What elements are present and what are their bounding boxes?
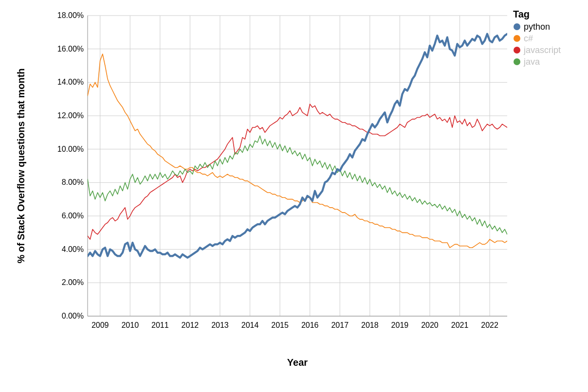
x-tick-label: 2018 [361, 321, 379, 329]
legend-label: java [523, 57, 540, 67]
x-tick-label: 2013 [211, 321, 229, 329]
legend-item-java[interactable]: java [514, 57, 540, 67]
legend: Tagpythonc#javascriptjava [513, 9, 561, 67]
y-tick-label: 14.00% [57, 78, 84, 86]
y-tick-label: 2.00% [62, 278, 84, 286]
svg-rect-0 [88, 16, 507, 316]
x-tick-label: 2017 [331, 321, 349, 329]
legend-swatch [514, 58, 520, 65]
y-tick-label: 16.00% [57, 45, 84, 53]
y-tick-label: 4.00% [62, 245, 84, 253]
x-tick-label: 2020 [421, 321, 439, 329]
x-tick-label: 2009 [92, 321, 109, 329]
x-tick-label: 2012 [182, 321, 199, 329]
y-tick-label: 18.00% [57, 11, 84, 19]
legend-label: c# [524, 34, 533, 43]
legend-item-javascript[interactable]: javascript [514, 45, 561, 55]
chart-container: 0.00%2.00%4.00%6.00%8.00%10.00%12.00%14.… [0, 0, 588, 392]
x-tick-label: 2019 [391, 321, 409, 329]
legend-item-c#[interactable]: c# [514, 34, 533, 43]
x-tick-label: 2016 [301, 321, 319, 329]
x-tick-label: 2011 [151, 321, 169, 329]
y-tick-label: 6.00% [62, 212, 84, 220]
y-tick-label: 12.00% [57, 111, 84, 120]
chart-svg: 0.00%2.00%4.00%6.00%8.00%10.00%12.00%14.… [0, 0, 588, 392]
y-tick-label: 10.00% [57, 145, 84, 153]
x-tick-label: 2014 [241, 321, 259, 329]
y-axis: 0.00%2.00%4.00%6.00%8.00%10.00%12.00%14.… [57, 11, 84, 320]
y-tick-label: 0.00% [62, 312, 84, 320]
legend-item-python[interactable]: python [514, 22, 550, 32]
x-tick-label: 2015 [271, 321, 289, 329]
legend-label: python [524, 22, 550, 32]
legend-swatch [514, 35, 520, 42]
legend-title: Tag [513, 9, 530, 19]
x-tick-label: 2021 [451, 321, 469, 329]
legend-swatch [514, 47, 520, 53]
legend-swatch [514, 23, 520, 30]
y-tick-label: 8.00% [62, 178, 84, 186]
x-axis: 2009201020112012201320142015201620172018… [92, 321, 498, 329]
x-axis-label: Year [287, 357, 308, 368]
x-tick-label: 2022 [481, 321, 498, 329]
y-axis-label: % of Stack Overflow questions that month [16, 68, 26, 263]
x-tick-label: 2010 [121, 321, 139, 329]
legend-label: javascript [523, 45, 561, 55]
